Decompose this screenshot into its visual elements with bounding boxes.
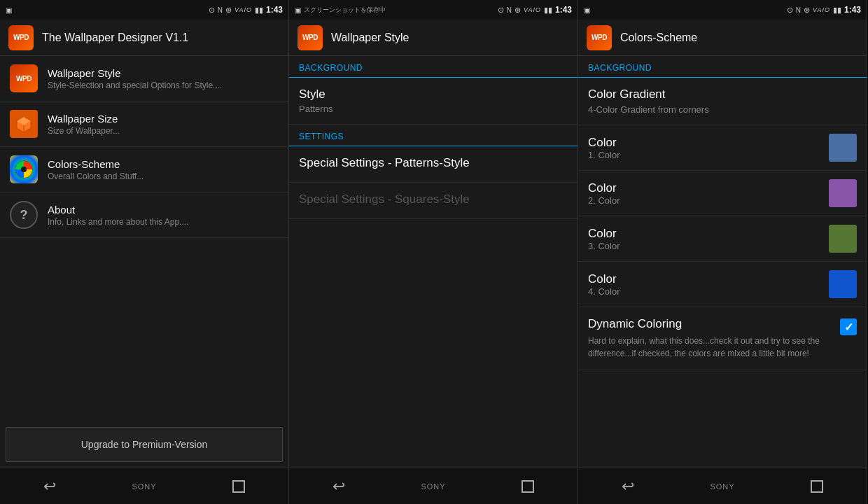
menu-item-text-about: About Info, Links and more about this Ap… [48, 204, 279, 227]
app-header-2: WPD Wallpaper Style [289, 20, 578, 56]
nav-back-3[interactable]: ↩ [611, 474, 645, 499]
special-settings-squares[interactable]: Special Settings - Squares-Style [289, 183, 578, 219]
dynamic-coloring-item[interactable]: Dynamic Coloring Hard to explain, what t… [578, 307, 867, 370]
color-row-title-1: Color [588, 136, 620, 150]
color-row-title-4: Color [588, 272, 620, 286]
status-icons-left-2: ▣ スクリーンショットを保存中 [295, 6, 386, 15]
menu-item-subtitle-wallpaper-size: Size of Wallpaper... [48, 126, 279, 136]
color-gradient-item: Color Gradient 4-Color Gradient from cor… [578, 78, 867, 125]
style-item-style[interactable]: Style Patterns [289, 78, 578, 125]
status-icons-right-1: ⊙ N ⊛ VAIO ▮▮ 1:43 [209, 5, 283, 15]
status-time-2: 1:43 [555, 5, 572, 15]
menu-item-about[interactable]: ? About Info, Links and more about this … [0, 192, 288, 238]
nav-back-2[interactable]: ↩ [322, 474, 356, 499]
menu-item-text-wallpaper-style: Wallpaper Style Style-Selection and spec… [48, 67, 279, 90]
menu-icon-about: ? [10, 201, 38, 229]
style-title: Style [299, 88, 568, 102]
back-icon-3: ↩ [622, 477, 634, 496]
nav-recents-2[interactable] [511, 474, 545, 499]
status-time-1: 1:43 [266, 5, 283, 15]
status-icons-right-3: ⊙ N ⊛ VAIO ▮▮ 1:43 [787, 5, 861, 15]
status-icon-location-3: ⊙ [787, 6, 793, 15]
nav-brand-2: SONY [421, 482, 445, 491]
color-swatch-3[interactable] [829, 225, 857, 253]
menu-item-subtitle-wallpaper-style: Style-Selection and special Options for … [48, 80, 279, 90]
special-settings-patterns[interactable]: Special Settings - Patterns-Style [289, 146, 578, 183]
app-icon-1: WPD [8, 25, 34, 50]
special-patterns-title: Special Settings - Patterns-Style [299, 156, 568, 170]
color-row-text-3: Color 3. Color [588, 227, 620, 251]
nav-brand-3: SONY [710, 482, 734, 491]
color-row-text-1: Color 1. Color [588, 136, 620, 160]
status-bar-1: ▣ ⊙ N ⊛ VAIO ▮▮ 1:43 [0, 0, 288, 20]
status-screenshot-icon: ▣ [295, 6, 301, 14]
status-battery-2: ▮▮ [544, 6, 552, 15]
color-row-2[interactable]: Color 2. Color [578, 171, 867, 216]
status-brand-3: VAIO [813, 6, 830, 13]
recents-icon-1 [232, 480, 245, 493]
panel-colors-scheme: ▣ ⊙ N ⊛ VAIO ▮▮ 1:43 WPD Colors-Scheme B… [578, 0, 867, 504]
color-row-3[interactable]: Color 3. Color [578, 216, 867, 262]
status-battery: ▮▮ [255, 6, 263, 15]
status-brand-1: VAIO [234, 6, 252, 13]
color-row-1[interactable]: Color 1. Color [578, 125, 867, 171]
special-squares-title: Special Settings - Squares-Style [299, 192, 568, 206]
status-icons-left-1: ▣ [6, 6, 12, 14]
nav-bar-2: ↩ SONY [289, 468, 578, 504]
style-subtitle: Patterns [299, 104, 568, 114]
color-swatch-2[interactable] [829, 179, 857, 207]
dynamic-coloring-description: Hard to explain, what this does...check … [588, 335, 832, 360]
nav-brand-1: SONY [132, 482, 156, 491]
status-icon-wifi-2: ⊛ [514, 6, 521, 15]
status-icon-location: ⊙ [209, 6, 215, 15]
menu-item-wallpaper-style[interactable]: WPD Wallpaper Style Style-Selection and … [0, 56, 288, 102]
app-header-3: WPD Colors-Scheme [578, 20, 867, 56]
status-icons-left-3: ▣ [584, 6, 590, 14]
status-time-3: 1:43 [844, 5, 861, 15]
menu-item-colors-scheme[interactable]: Colors-Scheme Overall Colors and Stuff..… [0, 147, 288, 192]
color-gradient-title: Color Gradient [588, 88, 857, 102]
status-text-screenshot: スクリーンショットを保存中 [304, 6, 386, 15]
nav-bar-3: ↩ SONY [578, 468, 867, 504]
dynamic-coloring-checkbox[interactable]: ✓ [840, 318, 857, 335]
back-icon-1: ↩ [43, 477, 56, 496]
status-brand-2: VAIO [524, 6, 541, 13]
nav-back-1[interactable]: ↩ [33, 474, 66, 499]
app-title-1: The Wallpaper Designer V1.1 [42, 31, 188, 44]
menu-icon-colors-scheme [10, 155, 38, 183]
section-settings: SETTINGS [289, 125, 578, 146]
section-background-2: BACKGROUND [289, 56, 578, 78]
color-swatch-4[interactable] [829, 270, 857, 298]
menu-item-wallpaper-size[interactable]: Wallpaper Size Size of Wallpaper... [0, 102, 288, 147]
main-menu-content: WPD Wallpaper Style Style-Selection and … [0, 56, 288, 421]
app-header-1: WPD The Wallpaper Designer V1.1 [0, 20, 288, 56]
upgrade-button[interactable]: Upgrade to Premium-Version [6, 427, 283, 462]
status-battery-3: ▮▮ [833, 6, 841, 15]
nav-recents-1[interactable] [222, 474, 255, 499]
cube-icon [14, 114, 34, 134]
dynamic-coloring-title: Dynamic Coloring [588, 317, 832, 331]
panel-wallpaper-style: ▣ スクリーンショットを保存中 ⊙ N ⊛ VAIO ▮▮ 1:43 WPD W… [289, 0, 578, 504]
color-swatch-1[interactable] [829, 134, 857, 162]
checkbox-check-icon: ✓ [844, 321, 853, 334]
status-bar-2: ▣ スクリーンショットを保存中 ⊙ N ⊛ VAIO ▮▮ 1:43 [289, 0, 578, 20]
status-icon-location-2: ⊙ [498, 6, 504, 15]
color-row-text-4: Color 4. Color [588, 272, 620, 297]
nav-recents-3[interactable] [800, 474, 834, 499]
color-row-4[interactable]: Color 4. Color [578, 262, 867, 307]
back-icon-2: ↩ [332, 477, 345, 496]
menu-item-text-wallpaper-size: Wallpaper Size Size of Wallpaper... [48, 113, 279, 136]
status-icon-sim-3: ▣ [584, 6, 590, 14]
menu-item-subtitle-colors-scheme: Overall Colors and Stuff... [48, 172, 279, 181]
nav-bar-1: ↩ SONY [0, 468, 288, 504]
menu-item-text-colors-scheme: Colors-Scheme Overall Colors and Stuff..… [48, 158, 279, 181]
app-title-3: Colors-Scheme [620, 31, 697, 44]
svg-point-4 [21, 167, 27, 172]
dynamic-coloring-text: Dynamic Coloring Hard to explain, what t… [588, 317, 832, 360]
menu-item-subtitle-about: Info, Links and more about this App.... [48, 217, 279, 227]
status-bar-3: ▣ ⊙ N ⊛ VAIO ▮▮ 1:43 [578, 0, 867, 20]
app-icon-3: WPD [587, 25, 612, 50]
menu-icon-wallpaper-size [10, 110, 38, 138]
menu-icon-wallpaper-style: WPD [10, 64, 38, 92]
status-icon-sim: ▣ [6, 6, 12, 14]
